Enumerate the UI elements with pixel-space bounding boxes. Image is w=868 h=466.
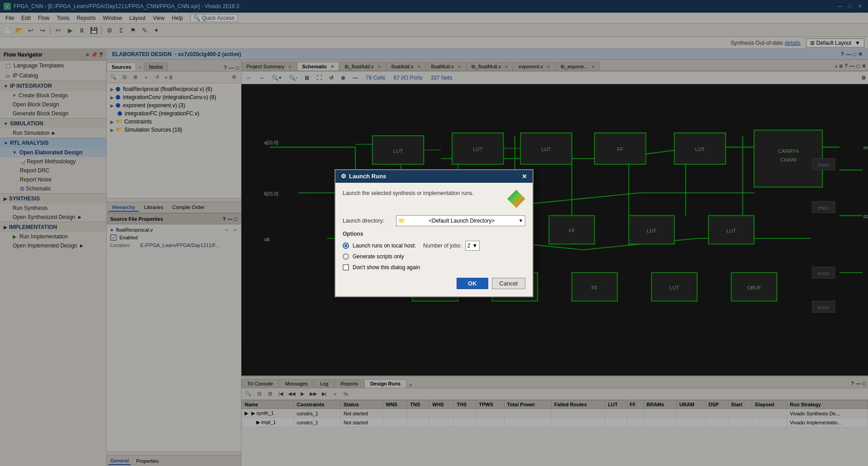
launch-dir-value: <Default Launch Directory> bbox=[429, 218, 495, 224]
launch-dir-arrow: ▼ bbox=[519, 218, 523, 223]
radio-scripts-only-label: Generate scripts only bbox=[353, 253, 404, 260]
radio-local-host-row: Launch runs on local host: Number of job… bbox=[343, 241, 525, 251]
dialog-title-icon: ⚙ bbox=[341, 173, 346, 180]
launch-dir-select[interactable]: 📁 <Default Launch Directory> ▼ bbox=[396, 215, 525, 226]
options-label: Options bbox=[343, 231, 525, 237]
options-section: Options Launch runs on local host: Numbe… bbox=[343, 231, 525, 271]
num-jobs-label: Number of jobs: bbox=[423, 243, 462, 249]
radio-scripts-only[interactable] bbox=[343, 253, 349, 260]
radio-local-host-label: Launch runs on local host: bbox=[353, 243, 416, 249]
vivado-logo-icon bbox=[507, 190, 525, 208]
dialog-buttons: OK Cancel bbox=[343, 278, 525, 289]
jobs-arrow: ▼ bbox=[472, 243, 477, 249]
radio-scripts-only-row: Generate scripts only bbox=[343, 253, 525, 260]
launch-runs-dialog: ⚙ Launch Runs ✕ Launch the selected synt… bbox=[335, 169, 533, 297]
dialog-ok-button[interactable]: OK bbox=[457, 278, 488, 289]
launch-dir-label: Launch directory: bbox=[343, 218, 392, 224]
launch-dir-folder-icon: 📁 bbox=[398, 218, 405, 224]
dialog-close-btn[interactable]: ✕ bbox=[522, 173, 527, 180]
dialog-description: Launch the selected synthesis or impleme… bbox=[343, 190, 474, 196]
dialog-cancel-button[interactable]: Cancel bbox=[492, 278, 525, 289]
launch-directory-row: Launch directory: 📁 <Default Launch Dire… bbox=[343, 215, 525, 226]
modal-overlay: ⚙ Launch Runs ✕ Launch the selected synt… bbox=[0, 0, 868, 466]
dialog-title-left: ⚙ Launch Runs bbox=[341, 173, 386, 180]
dont-show-checkbox[interactable] bbox=[343, 264, 349, 271]
dont-show-row: Don't show this dialog again bbox=[343, 264, 525, 271]
dialog-body: Launch the selected synthesis or impleme… bbox=[335, 183, 533, 296]
dont-show-label: Don't show this dialog again bbox=[353, 264, 420, 271]
dialog-title-bar: ⚙ Launch Runs ✕ bbox=[335, 170, 533, 183]
jobs-value: 2 bbox=[467, 243, 471, 249]
dialog-header-row: Launch the selected synthesis or impleme… bbox=[343, 190, 525, 208]
radio-local-host[interactable] bbox=[343, 243, 349, 249]
dialog-title-text: Launch Runs bbox=[349, 173, 386, 180]
jobs-select[interactable]: 2 ▼ bbox=[465, 241, 480, 251]
